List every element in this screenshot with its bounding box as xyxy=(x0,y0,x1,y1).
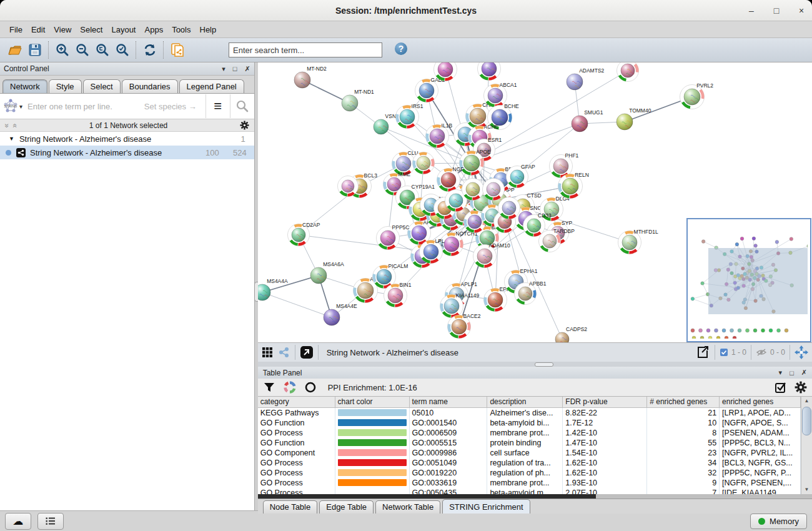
network-node[interactable]: MT-ND1 xyxy=(342,89,374,111)
table-row[interactable]: GO FunctionGO:0005515protein binding1.47… xyxy=(258,438,801,448)
tab-string-enrichment[interactable]: STRING Enrichment xyxy=(442,499,530,514)
close-button[interactable]: × xyxy=(796,6,807,16)
menu-apps[interactable]: Apps xyxy=(141,23,168,36)
network-node[interactable]: GAB2 xyxy=(415,77,445,102)
tab-node-table[interactable]: Node Table xyxy=(263,500,318,514)
maximize-button[interactable]: □ xyxy=(771,6,782,16)
tab-style[interactable]: Style xyxy=(49,79,82,93)
network-node[interactable] xyxy=(482,179,504,201)
network-node[interactable]: PPP5C xyxy=(376,224,409,250)
tree-expand-icon[interactable]: ▼ xyxy=(9,136,14,142)
expand-all-icon[interactable]: » xyxy=(2,123,11,127)
network-tree-row[interactable]: String Network - Alzheimer's disease1005… xyxy=(0,146,254,159)
column-header-enriched-genes[interactable]: enriched genes xyxy=(720,397,801,408)
table-settings-gear-icon[interactable] xyxy=(795,381,807,394)
task-history-button[interactable]: ☁ xyxy=(5,513,31,530)
column-header-category[interactable]: category xyxy=(258,397,335,408)
table-row[interactable]: KEGG Pathways05010Alzheimer's dise...8.8… xyxy=(258,408,801,418)
tab-network[interactable]: Network xyxy=(2,79,47,93)
menu-file[interactable]: File xyxy=(5,23,27,36)
network-node[interactable] xyxy=(337,176,358,197)
tab-network-table[interactable]: Network Table xyxy=(375,500,440,514)
hscrollbar-thumb[interactable] xyxy=(258,494,596,499)
scroll-up-icon[interactable]: ▲ xyxy=(805,397,810,405)
search-input[interactable] xyxy=(229,42,382,57)
menu-select[interactable]: Select xyxy=(76,23,107,36)
zoom-selected-icon[interactable] xyxy=(112,41,132,59)
table-vertical-scrollbar[interactable]: ▲ ▼ xyxy=(801,397,812,494)
select-columns-icon[interactable] xyxy=(775,381,787,394)
tab-edge-table[interactable]: Edge Table xyxy=(319,500,374,514)
network-node[interactable]: NOTCH1 xyxy=(440,231,477,256)
zoom-out-icon[interactable] xyxy=(72,41,92,59)
table-collapse-icon[interactable]: ▾ xyxy=(779,369,783,377)
network-node[interactable]: IL1B xyxy=(425,122,452,148)
save-session-icon[interactable] xyxy=(25,41,45,59)
collapse-all-icon[interactable]: « xyxy=(11,123,19,127)
string-options-button[interactable]: ≡ xyxy=(205,94,230,118)
menu-help[interactable]: Help xyxy=(196,23,221,36)
table-row[interactable]: GO ProcessGO:0033619membrane prot...1.93… xyxy=(258,478,801,488)
tab-legend-panel[interactable]: Legend Panel xyxy=(179,79,244,93)
table-splitter-handle[interactable] xyxy=(535,362,553,367)
filter-icon[interactable] xyxy=(263,381,275,394)
network-node[interactable] xyxy=(498,197,520,219)
column-header--enriched-genes[interactable]: # enriched genes xyxy=(647,397,720,408)
help-icon[interactable]: ? xyxy=(394,41,408,59)
menu-tools[interactable]: Tools xyxy=(167,23,195,36)
table-float-icon[interactable]: □ xyxy=(790,369,794,377)
network-tree-row[interactable]: ▼String Network - Alzheimer's disease1 xyxy=(0,132,254,146)
network-node[interactable]: SMUG1 xyxy=(572,109,603,132)
scroll-down-icon[interactable]: ▼ xyxy=(805,485,810,494)
set-species-hint[interactable]: Set species → xyxy=(144,102,197,111)
column-header-FDR-p-value[interactable]: FDR p-value xyxy=(563,397,647,408)
network-node[interactable]: MTHFD1L xyxy=(618,229,658,254)
table-row[interactable]: GO ProcessGO:0019220regulation of ph...1… xyxy=(258,468,801,478)
copy-network-icon[interactable] xyxy=(167,41,187,59)
network-node[interactable]: IRS1 xyxy=(395,103,423,129)
zoom-fit-icon[interactable] xyxy=(92,41,112,59)
column-header-description[interactable]: description xyxy=(487,397,563,408)
string-logo-icon[interactable]: STRING ▾ xyxy=(0,94,25,118)
network-options-gear-icon[interactable] xyxy=(240,121,249,130)
network-node[interactable]: ADAMTS2 xyxy=(567,67,605,90)
network-node[interactable] xyxy=(616,62,638,82)
table-row[interactable]: GO ProcessGO:0050435beta-amyloid m...2.0… xyxy=(258,488,801,494)
network-node[interactable] xyxy=(462,179,483,201)
minimize-button[interactable]: – xyxy=(746,6,757,16)
grid-view-icon[interactable] xyxy=(262,347,273,358)
tab-boundaries[interactable]: Boundaries xyxy=(122,79,178,93)
birdseye-overview-panel[interactable] xyxy=(686,218,811,342)
column-header-chart-color[interactable]: chart color xyxy=(335,397,410,408)
menu-view[interactable]: View xyxy=(49,23,76,36)
table-row[interactable]: GO ProcessGO:0006509membrane prot...1.42… xyxy=(258,428,801,438)
string-query-input[interactable]: Enter one term per line. Set species → xyxy=(25,94,205,119)
memory-button[interactable]: Memory xyxy=(750,514,807,529)
string-search-button[interactable] xyxy=(230,94,254,118)
table-row[interactable]: GO ProcessGO:0051049regulation of tra...… xyxy=(258,458,801,468)
network-share-icon[interactable] xyxy=(278,347,290,358)
column-header-term-name[interactable]: term name xyxy=(410,397,488,408)
network-node[interactable]: MS4A6A xyxy=(310,261,344,284)
birdseye-toggle-icon[interactable] xyxy=(300,345,314,359)
network-node[interactable]: PVRL2 xyxy=(680,82,713,109)
table-horizontal-scrollbar[interactable] xyxy=(258,494,812,499)
export-network-icon[interactable] xyxy=(695,345,710,360)
apply-layout-icon[interactable] xyxy=(140,41,160,59)
task-list-button[interactable] xyxy=(37,513,64,530)
network-node[interactable]: MT-ND2 xyxy=(294,66,327,88)
table-splitter[interactable] xyxy=(258,362,812,367)
open-session-icon[interactable] xyxy=(5,41,25,59)
network-node[interactable] xyxy=(477,62,500,81)
table-row[interactable]: GO FunctionGO:0001540beta-amyloid bi...1… xyxy=(258,418,801,428)
zoom-in-icon[interactable] xyxy=(52,41,72,59)
network-node[interactable]: CADPS2 xyxy=(555,326,587,342)
menu-layout[interactable]: Layout xyxy=(107,23,140,36)
network-node[interactable]: TARDBP xyxy=(538,228,575,252)
panel-float-icon[interactable]: □ xyxy=(233,65,237,72)
network-node[interactable] xyxy=(412,152,434,174)
menu-edit[interactable]: Edit xyxy=(27,23,49,36)
network-canvas[interactable]: MT-ND2MT-ND1VSNL1GAB2IRS1IL1BTNFCHATABCA… xyxy=(258,62,812,342)
tab-select[interactable]: Select xyxy=(83,79,121,93)
overview-viewport-rect[interactable] xyxy=(708,248,808,314)
